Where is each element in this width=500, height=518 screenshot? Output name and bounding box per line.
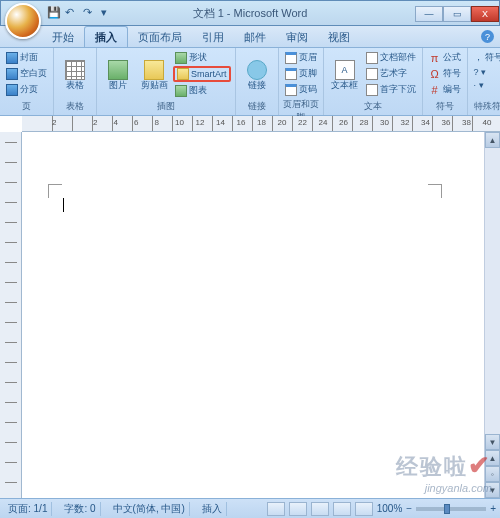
textbox-button[interactable]: A 文本框 [328,50,362,99]
check-icon: ✔ [468,450,492,480]
watermark: 经验啦✔ jingyanla.com [396,450,492,494]
view-fullscreen-button[interactable] [289,502,307,516]
scroll-up-button[interactable]: ▲ [485,132,500,148]
ribbon-tabs: 开始 插入 页面布局 引用 邮件 审阅 视图 ? [0,26,500,48]
symbol-button[interactable]: Ω符号 [427,66,463,81]
title-bar: 💾 ↶ ↷ ▾ 文档 1 - Microsoft Word — ▭ X [0,0,500,26]
picture-icon [108,60,128,80]
scroll-track[interactable] [485,148,500,434]
group-text-label: 文本 [328,99,418,114]
wordart-icon [366,68,378,80]
tab-mailings[interactable]: 邮件 [234,27,276,47]
page-area[interactable] [22,132,484,498]
zoom-thumb[interactable] [444,504,450,514]
ribbon: 封面 空白页 分页 页 表格 表格 图片 剪贴画 [0,48,500,116]
group-illustrations: 图片 剪贴画 形状 SmartArt 图表 插图 [97,48,236,115]
vertical-scrollbar[interactable]: ▲ ▼ ▲ ◦ ▼ [484,132,500,498]
help-icon[interactable]: ? [481,30,494,43]
status-page[interactable]: 页面: 1/1 [4,502,52,516]
equation-button[interactable]: π公式 [427,50,463,65]
group-links: 链接 链接 [236,48,279,115]
redo-icon[interactable]: ↷ [83,6,97,20]
shapes-icon [175,52,187,64]
tab-layout[interactable]: 页面布局 [128,27,192,47]
document-page[interactable] [30,136,460,494]
undo-icon[interactable]: ↶ [65,6,79,20]
group-symbols-label: 符号 [427,99,463,114]
vertical-ruler[interactable] [0,132,22,498]
wordart-button[interactable]: 艺术字 [364,66,418,81]
smartart-icon [177,68,189,80]
close-button[interactable]: X [471,6,499,22]
group-links-label: 链接 [240,99,274,114]
group-symbols: π公式 Ω符号 #编号 符号 [423,48,468,115]
tab-review[interactable]: 审阅 [276,27,318,47]
page-break-button[interactable]: 分页 [4,82,49,97]
tab-view[interactable]: 视图 [318,27,360,47]
dropcap-button[interactable]: 首字下沉 [364,82,418,97]
footer-button[interactable]: 页脚 [283,66,319,81]
qat-more-icon[interactable]: ▾ [101,6,115,20]
zoom-percent[interactable]: 100% [377,503,403,514]
omega-icon: Ω [429,68,441,80]
view-print-button[interactable] [267,502,285,516]
window-buttons: — ▭ X [415,4,499,22]
status-words[interactable]: 字数: 0 [60,502,100,516]
maximize-button[interactable]: ▭ [443,6,471,22]
group-tables: 表格 表格 [54,48,97,115]
docparts-button[interactable]: 文档部件 [364,50,418,65]
number-button[interactable]: #编号 [427,82,463,97]
view-web-button[interactable] [311,502,329,516]
shapes-button[interactable]: 形状 [173,50,231,65]
table-button[interactable]: 表格 [58,50,92,99]
group-text: A 文本框 文档部件 艺术字 首字下沉 文本 [324,48,423,115]
save-icon[interactable]: 💾 [47,6,61,20]
group-special: ， 符号 ▾ ? ▾ · ▾ 特殊符号 [468,48,500,115]
zoom-out-button[interactable]: − [406,503,412,514]
blank-page-button[interactable]: 空白页 [4,66,49,81]
smartart-button[interactable]: SmartArt [173,66,231,82]
picture-button[interactable]: 图片 [101,50,135,99]
special-dot-button[interactable]: · ▾ [472,79,500,91]
hyperlink-button[interactable]: 链接 [240,50,274,99]
cover-icon [6,52,18,64]
chart-button[interactable]: 图表 [173,83,231,98]
clipart-button[interactable]: 剪贴画 [137,50,171,99]
office-button[interactable] [5,3,41,39]
zoom-slider[interactable] [416,507,486,511]
tab-insert[interactable]: 插入 [84,26,128,47]
pagenum-button[interactable]: 页码 [283,82,319,97]
dropcap-icon [366,84,378,96]
chart-icon [175,85,187,97]
blank-icon [6,68,18,80]
footer-icon [285,68,297,80]
zoom-in-button[interactable]: + [490,503,496,514]
scroll-down-button[interactable]: ▼ [485,434,500,450]
status-mode[interactable]: 插入 [198,502,227,516]
header-icon [285,52,297,64]
horizontal-ruler[interactable]: 2246810121416182022242628303234363840 [22,116,500,132]
group-pages: 封面 空白页 分页 页 [0,48,54,115]
quick-access-toolbar: 💾 ↶ ↷ ▾ [47,6,115,20]
pi-icon: π [429,52,441,64]
margin-corner-tr [428,184,442,198]
table-icon [65,60,85,80]
textbox-icon: A [335,60,355,80]
break-icon [6,84,18,96]
minimize-button[interactable]: — [415,6,443,22]
header-button[interactable]: 页眉 [283,50,319,65]
special-q-button[interactable]: ? ▾ [472,66,500,78]
status-language[interactable]: 中文(简体, 中国) [109,502,190,516]
special-comma-button[interactable]: ， 符号 ▾ [472,50,500,65]
tab-references[interactable]: 引用 [192,27,234,47]
docparts-icon [366,52,378,64]
window-title: 文档 1 - Microsoft Word [193,6,308,21]
watermark-en: jingyanla.com [396,482,492,494]
cover-page-button[interactable]: 封面 [4,50,49,65]
tab-home[interactable]: 开始 [42,27,84,47]
group-illus-label: 插图 [101,99,231,114]
workspace: ▲ ▼ ▲ ◦ ▼ [0,132,500,498]
zoom-controls: 100% − + [267,502,496,516]
view-outline-button[interactable] [333,502,351,516]
view-draft-button[interactable] [355,502,373,516]
